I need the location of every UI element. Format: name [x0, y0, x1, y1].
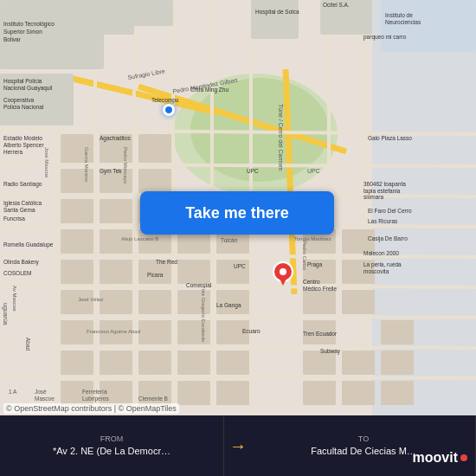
- svg-text:Pedro Moncayo: Pedro Moncayo: [123, 147, 128, 184]
- svg-rect-29: [138, 169, 171, 193]
- svg-text:The Red: The Red: [156, 259, 177, 265]
- svg-rect-34: [100, 229, 132, 254]
- svg-rect-47: [303, 290, 336, 314]
- svg-text:Ocitel S.A.: Ocitel S.A.: [323, 2, 350, 8]
- svg-rect-83: [381, 0, 476, 52]
- svg-text:COSOLEM: COSOLEM: [3, 270, 32, 276]
- svg-text:Malecon 2000: Malecon 2000: [363, 250, 399, 256]
- svg-text:José Vélez: José Vélez: [78, 297, 103, 302]
- svg-text:Estadio Modelo: Estadio Modelo: [3, 135, 42, 141]
- svg-text:Casija De Barro: Casija De Barro: [368, 235, 408, 242]
- svg-rect-38: [61, 260, 93, 284]
- svg-text:Bolivar: Bolivar: [3, 36, 22, 42]
- svg-text:Policia Nacional: Policia Nacional: [3, 104, 44, 110]
- svg-text:UPC: UPC: [307, 168, 320, 174]
- svg-text:Herrera: Herrera: [3, 149, 23, 155]
- svg-line-11: [0, 255, 476, 257]
- svg-rect-30: [61, 199, 93, 223]
- destination-pin: [273, 261, 293, 293]
- map-attribution: © OpenStreetMap contributors | © OpenMap…: [3, 403, 179, 414]
- svg-text:Nacional Guayaquil: Nacional Guayaquil: [3, 85, 53, 92]
- svg-text:Instituto de: Instituto de: [385, 12, 413, 18]
- svg-text:Las Ricuras: Las Ricuras: [368, 218, 398, 224]
- svg-rect-76: [342, 381, 375, 405]
- svg-text:Telecompu: Telecompu: [151, 97, 179, 104]
- origin-stop-label: *Av 2. NE (De La Democr…: [53, 445, 170, 457]
- svg-line-13: [0, 316, 476, 318]
- current-location-dot: [163, 104, 175, 116]
- destination-stop-label: Facultad De Ciecias M…: [311, 445, 416, 457]
- origin-label-prefix: FROM: [100, 434, 124, 443]
- svg-text:Chifa Ming Zhu: Chifa Ming Zhu: [190, 87, 228, 93]
- svg-text:Tren Ecuador: Tren Ecuador: [303, 331, 338, 337]
- svg-text:Francisco Aguirre Abad: Francisco Aguirre Abad: [87, 329, 140, 334]
- svg-text:Abad: Abad: [25, 338, 31, 351]
- svg-point-158: [280, 268, 286, 275]
- svg-line-12: [0, 286, 476, 287]
- svg-rect-69: [381, 381, 414, 405]
- arrow-icon: →: [229, 436, 247, 456]
- svg-text:El Faro Del Cerro: El Faro Del Cerro: [368, 208, 412, 214]
- svg-text:Comercial: Comercial: [186, 282, 212, 288]
- svg-rect-48: [342, 290, 375, 314]
- svg-rect-75: [303, 381, 336, 405]
- svg-text:Instituto Tecnológico: Instituto Tecnológico: [3, 21, 55, 28]
- moovit-logo: moovit: [413, 450, 467, 466]
- svg-text:Alberto Spencer: Alberto Spencer: [3, 142, 44, 149]
- svg-text:José Mascoe: José Mascoe: [44, 147, 49, 178]
- svg-text:Ecuaro: Ecuaro: [242, 328, 261, 334]
- svg-rect-73: [177, 381, 210, 405]
- svg-rect-50: [100, 290, 132, 314]
- svg-text:Olinda Bakery: Olinda Bakery: [3, 259, 40, 266]
- svg-text:Subway: Subway: [320, 348, 341, 355]
- svg-text:uguarúa: uguarúa: [2, 303, 9, 325]
- svg-rect-62: [138, 351, 171, 375]
- svg-text:UPC: UPC: [234, 263, 246, 269]
- moovit-text: moovit: [413, 450, 458, 466]
- svg-text:moscovita: moscovita: [363, 268, 389, 274]
- origin-stop[interactable]: FROM *Av 2. NE (De La Democr…: [0, 415, 224, 476]
- svg-text:Romella Guadalupe: Romella Guadalupe: [3, 241, 54, 248]
- svg-text:Ferretería: Ferretería: [82, 389, 107, 395]
- svg-text:360462 toapanta: 360462 toapanta: [363, 181, 406, 188]
- svg-rect-33: [61, 229, 93, 254]
- svg-rect-81: [251, 0, 299, 39]
- destination-stop[interactable]: TO Facultad De Ciecias M…: [252, 415, 476, 476]
- moovit-dot: [460, 454, 467, 461]
- svg-line-8: [0, 164, 476, 166]
- svg-rect-80: [121, 0, 173, 26]
- svg-line-15: [0, 376, 476, 378]
- svg-rect-31: [100, 199, 132, 223]
- svg-rect-64: [216, 351, 249, 375]
- svg-text:La Ganga: La Ganga: [216, 302, 241, 309]
- svg-text:siomara: siomara: [363, 194, 384, 200]
- svg-rect-67: [381, 320, 414, 344]
- svg-text:Picara: Picara: [147, 272, 164, 278]
- svg-text:Funcrisa: Funcrisa: [3, 215, 25, 222]
- svg-text:Túne / Cerro del Carmen: Túne / Cerro del Carmen: [278, 104, 284, 171]
- arrow-container: →: [224, 415, 252, 476]
- take-me-there-button[interactable]: Take me there: [140, 191, 334, 235]
- svg-rect-39: [100, 260, 132, 284]
- svg-line-14: [0, 346, 476, 348]
- svg-rect-68: [381, 351, 414, 375]
- svg-text:Cooperativa: Cooperativa: [3, 97, 34, 104]
- svg-text:José: José: [35, 389, 47, 395]
- svg-text:Agachaditos: Agachaditos: [100, 135, 132, 142]
- svg-text:Centro: Centro: [303, 279, 320, 285]
- svg-rect-41: [177, 260, 210, 284]
- svg-text:Neurociencias: Neurociencias: [385, 19, 421, 25]
- svg-text:Praga: Praga: [307, 261, 323, 268]
- bottom-bar: FROM *Av 2. NE (De La Democr… → TO Facul…: [0, 415, 476, 476]
- svg-text:Tnte Gregorio Escobedo: Tnte Gregorio Escobedo: [201, 286, 206, 343]
- svg-rect-56: [138, 320, 171, 344]
- svg-text:1 A: 1 A: [9, 389, 17, 395]
- svg-text:Tomás Martínez: Tomás Martínez: [294, 236, 331, 241]
- svg-text:Av Mascoe: Av Mascoe: [12, 286, 17, 312]
- map-container[interactable]: Sufragio Libre Pedro Menéndez Gilbert Tú…: [0, 0, 476, 415]
- svg-text:Tulcán: Tulcán: [221, 237, 238, 243]
- svg-rect-60: [61, 351, 93, 375]
- svg-rect-63: [177, 351, 210, 375]
- svg-text:Santa Gema: Santa Gema: [3, 207, 35, 213]
- svg-text:Galo Plaza Lasso: Galo Plaza Lasso: [368, 135, 412, 141]
